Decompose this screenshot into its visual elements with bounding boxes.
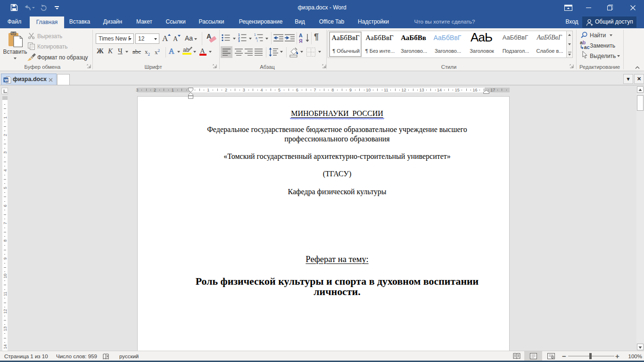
svg-text:3: 3 (238, 39, 240, 42)
svg-text:W: W (4, 78, 8, 82)
svg-text:i: i (257, 39, 257, 42)
